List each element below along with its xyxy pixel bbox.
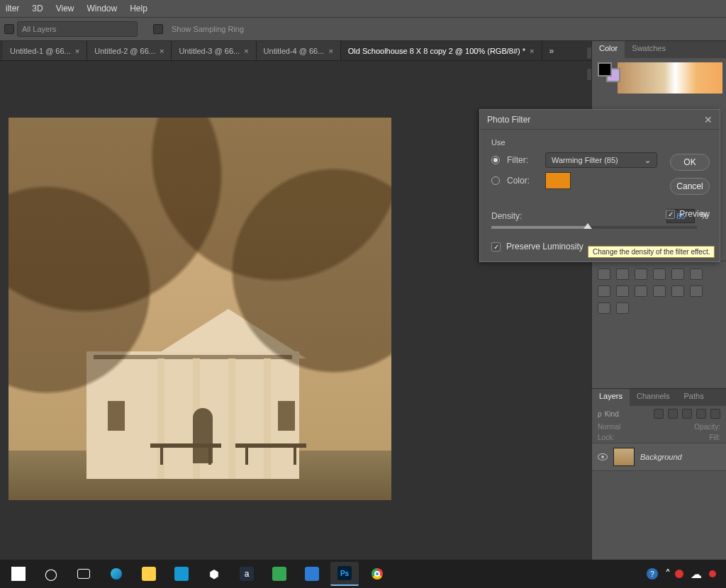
menu-help[interactable]: Help [130,4,147,13]
menu-bar: ilter 3D View Window Help [0,0,726,17]
taskbar-explorer[interactable] [135,562,163,586]
color-panel-tabs: Color Swatches [592,41,726,58]
tab-swatches[interactable]: Swatches [625,41,673,58]
adj-exposure-icon[interactable] [653,268,666,280]
opacity-label: Opacity: [694,423,720,431]
color-label: Color: [507,176,538,186]
taskbar-mail[interactable] [298,562,326,586]
filter-type-icon[interactable] [682,409,692,419]
taskbar-edge[interactable] [102,562,130,586]
adj-bw-icon[interactable] [598,285,610,297]
tray-cloud-icon[interactable]: ☁ [691,567,702,581]
preview-label: Preview [679,209,710,219]
taskbar-photoshop[interactable]: Ps [330,562,359,586]
tab-old-schoolhouse[interactable]: Old Schoolhouse 8 X 8 copy 2 @ 100% (RGB… [341,41,542,60]
options-check-2[interactable] [153,24,163,34]
blend-mode-select[interactable]: Normal [598,423,620,431]
adj-gradient-map-icon[interactable] [616,303,629,314]
density-tooltip: Change the density of the filter effect. [588,246,715,258]
dialog-title: Photo Filter [487,115,530,125]
tray-alert-icon[interactable] [675,570,683,578]
taskbar-tripadvisor[interactable] [265,562,294,586]
layer-name-label: Background [640,453,682,461]
options-bar: All Layers Show Sampling Ring [0,17,726,41]
preserve-luminosity-checkbox[interactable] [491,242,501,251]
layers-panel: Layers Channels Paths ρKind Normal Opaci… [592,388,726,567]
radio-filter[interactable] [491,156,500,164]
filter-shape-icon[interactable] [696,409,706,419]
layer-thumbnail[interactable] [613,448,635,466]
tray-dot-icon [709,570,716,577]
taskbar-store[interactable] [167,562,196,586]
filter-label: Filter: [507,155,538,165]
sample-layers-dropdown[interactable]: All Layers [17,21,138,37]
filter-adjust-icon[interactable] [668,409,678,419]
adj-channel-mixer-icon[interactable] [635,285,647,297]
taskbar-amazon[interactable]: a [233,562,261,586]
adj-hue-icon[interactable] [690,268,703,280]
dialog-titlebar[interactable]: Photo Filter ✕ [480,110,720,130]
adj-vibrance-icon[interactable] [671,268,684,280]
adj-brightness-icon[interactable] [598,268,610,280]
filter-smart-icon[interactable] [710,409,720,419]
adj-photo-filter-icon[interactable] [616,285,629,297]
layer-filter-kind[interactable]: ρKind [598,410,619,418]
use-legend: Use [491,138,708,147]
adj-curves-icon[interactable] [635,268,647,280]
fill-label: Fill: [709,434,720,441]
menu-window[interactable]: Window [86,4,117,13]
preserve-luminosity-label: Preserve Luminosity [506,242,583,251]
start-button[interactable] [4,562,33,586]
search-button[interactable]: ◯ [37,562,65,586]
tab-color[interactable]: Color [592,41,625,58]
adj-color-lookup-icon[interactable] [653,285,666,297]
layer-background[interactable]: Background [592,443,726,471]
adjustments-panel [592,261,726,321]
close-icon[interactable]: × [244,47,248,55]
tab-paths[interactable]: Paths [677,389,711,406]
system-tray[interactable]: ? ˄ ☁ [647,567,722,581]
ok-button[interactable]: OK [670,154,710,171]
foreground-color-well[interactable] [598,62,612,77]
tab-untitled-4[interactable]: Untitled-4 @ 66...× [257,41,341,60]
close-icon[interactable]: × [160,47,164,55]
close-icon[interactable]: × [75,47,79,55]
radio-color[interactable] [491,176,500,185]
preview-checkbox[interactable] [666,210,675,219]
photo-filter-dialog: Photo Filter ✕ OK Cancel Preview Use Fil… [479,109,720,262]
menu-3d[interactable]: 3D [32,4,43,13]
close-icon[interactable]: ✕ [704,114,713,125]
windows-taskbar: ◯ ⬢ a Ps ? ˄ ☁ [0,560,726,588]
tab-untitled-1[interactable]: Untitled-1 @ 66...× [3,41,87,60]
tab-layers[interactable]: Layers [592,389,630,406]
cancel-button[interactable]: Cancel [670,178,710,195]
tab-untitled-3[interactable]: Untitled-3 @ 66...× [172,41,256,60]
tab-untitled-2[interactable]: Untitled-2 @ 66...× [87,41,172,60]
adj-threshold-icon[interactable] [598,303,610,314]
close-icon[interactable]: × [328,47,333,55]
sampling-ring-label: Show Sampling Ring [172,25,244,33]
chevron-down-icon: ⌄ [644,156,651,165]
taskbar-chrome[interactable] [363,562,391,586]
tabs-overflow-button[interactable]: » [542,41,562,60]
density-slider[interactable] [491,226,697,229]
tab-channels[interactable]: Channels [630,389,676,406]
color-spectrum[interactable] [618,62,722,94]
task-view-button[interactable] [69,562,98,586]
visibility-eye-icon[interactable] [598,453,608,460]
color-swatch[interactable] [545,172,571,189]
menu-view[interactable]: View [56,4,74,13]
tray-help-icon[interactable]: ? [647,568,658,579]
menu-filter[interactable]: ilter [6,4,19,13]
taskbar-dropbox[interactable]: ⬢ [200,562,228,586]
density-label: Density: [491,211,562,221]
adj-posterize-icon[interactable] [690,285,703,297]
adj-invert-icon[interactable] [671,285,684,297]
document-image [9,118,391,500]
options-check-1[interactable] [4,24,14,34]
close-icon[interactable]: × [530,47,534,55]
filter-dropdown[interactable]: Warming Filter (85) ⌄ [545,152,657,168]
tray-chevron-up-icon[interactable]: ˄ [665,567,671,581]
adj-levels-icon[interactable] [616,268,629,280]
filter-pixel-icon[interactable] [654,409,664,419]
